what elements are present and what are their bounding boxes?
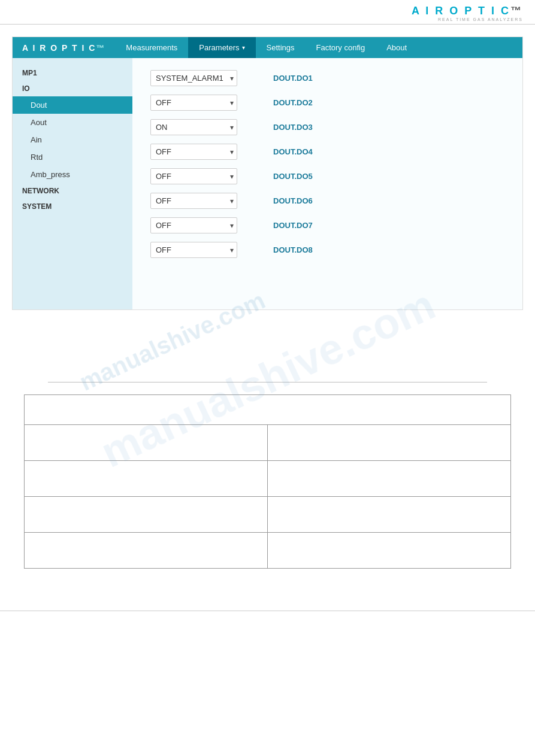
dout-select-7[interactable]: OFF ON SYSTEM_ALARM1 bbox=[150, 217, 237, 233]
dout-row-3: ON OFF SYSTEM_ALARM1 SYSTEM_ALARM2 DOUT.… bbox=[150, 119, 504, 135]
top-logo: A I R O P T I C™ REAL TIME GAS ANALYZERS bbox=[412, 5, 523, 22]
dout-label-1: DOUT.DO1 bbox=[273, 74, 327, 83]
dout-row-7: OFF ON SYSTEM_ALARM1 DOUT.DO7 bbox=[150, 217, 504, 233]
dout-select-wrapper-5: OFF ON SYSTEM_ALARM1 bbox=[150, 168, 237, 184]
sidebar: MP1 IO Dout Aout Ain Rtd Amb_press NETWO… bbox=[13, 58, 132, 309]
nav-settings[interactable]: Settings bbox=[256, 37, 306, 58]
nav-factory-config[interactable]: Factory config bbox=[306, 37, 376, 58]
table-cell-3-1 bbox=[25, 497, 268, 533]
table-cell-4-2 bbox=[268, 533, 511, 569]
dout-select-2[interactable]: OFF ON SYSTEM_ALARM1 SYSTEM_ALARM2 bbox=[150, 95, 237, 111]
table-row-4 bbox=[25, 533, 511, 569]
dout-select-wrapper-8: OFF ON SYSTEM_ALARM1 bbox=[150, 242, 237, 258]
dout-label-8: DOUT.DO8 bbox=[273, 245, 327, 254]
dout-select-wrapper-4: OFF ON SYSTEM_ALARM1 bbox=[150, 144, 237, 160]
dout-label-4: DOUT.DO4 bbox=[273, 147, 327, 156]
dout-label-3: DOUT.DO3 bbox=[273, 123, 327, 132]
sidebar-item-rtd[interactable]: Rtd bbox=[13, 148, 132, 166]
table-row-2 bbox=[25, 461, 511, 497]
table-container bbox=[24, 394, 511, 569]
dout-row-1: SYSTEM_ALARM1 OFF ON SYSTEM_ALARM2 DOUT.… bbox=[150, 70, 504, 86]
nav-items: Measurements Parameters ▾ Settings Facto… bbox=[115, 37, 418, 58]
parameters-caret: ▾ bbox=[242, 44, 245, 51]
dout-select-8[interactable]: OFF ON SYSTEM_ALARM1 bbox=[150, 242, 237, 258]
watermark-area: manualshive.com bbox=[12, 322, 523, 370]
main-panel: SYSTEM_ALARM1 OFF ON SYSTEM_ALARM2 DOUT.… bbox=[132, 58, 522, 309]
dout-label-6: DOUT.DO6 bbox=[273, 196, 327, 205]
sidebar-item-amb-press[interactable]: Amb_press bbox=[13, 166, 132, 183]
app-frame: A I R O P T I C™ Measurements Parameters… bbox=[12, 37, 523, 310]
bottom-footer bbox=[0, 611, 535, 621]
nav-parameters[interactable]: Parameters ▾ bbox=[188, 37, 255, 58]
sidebar-group-mp1: MP1 bbox=[13, 65, 132, 81]
table-header-cell bbox=[25, 395, 511, 425]
sidebar-item-aout[interactable]: Aout bbox=[13, 114, 132, 131]
header-logo-text: A I R O P T I C™ bbox=[412, 5, 523, 17]
table-header-row bbox=[25, 395, 511, 425]
table-cell-1-2 bbox=[268, 425, 511, 461]
sidebar-group-network: NETWORK bbox=[13, 183, 132, 199]
table-cell-2-1 bbox=[25, 461, 268, 497]
dout-select-3[interactable]: ON OFF SYSTEM_ALARM1 SYSTEM_ALARM2 bbox=[150, 119, 237, 135]
dout-select-5[interactable]: OFF ON SYSTEM_ALARM1 bbox=[150, 168, 237, 184]
dout-row-8: OFF ON SYSTEM_ALARM1 DOUT.DO8 bbox=[150, 242, 504, 258]
nav-about[interactable]: About bbox=[376, 37, 418, 58]
dout-row-2: OFF ON SYSTEM_ALARM1 SYSTEM_ALARM2 DOUT.… bbox=[150, 95, 504, 111]
table-cell-4-1 bbox=[25, 533, 268, 569]
main-content: A I R O P T I C™ Measurements Parameters… bbox=[0, 25, 535, 593]
dout-select-4[interactable]: OFF ON SYSTEM_ALARM1 bbox=[150, 144, 237, 160]
dout-select-6[interactable]: OFF ON SYSTEM_ALARM1 bbox=[150, 193, 237, 209]
nav-measurements[interactable]: Measurements bbox=[115, 37, 188, 58]
dout-select-1[interactable]: SYSTEM_ALARM1 OFF ON SYSTEM_ALARM2 bbox=[150, 70, 237, 86]
dout-select-wrapper-6: OFF ON SYSTEM_ALARM1 bbox=[150, 193, 237, 209]
sidebar-group-system: SYSTEM bbox=[13, 199, 132, 214]
nav-bar: A I R O P T I C™ Measurements Parameters… bbox=[13, 37, 522, 58]
dout-select-wrapper-2: OFF ON SYSTEM_ALARM1 SYSTEM_ALARM2 bbox=[150, 95, 237, 111]
header-tagline: REAL TIME GAS ANALYZERS bbox=[438, 17, 523, 22]
dout-select-wrapper-7: OFF ON SYSTEM_ALARM1 bbox=[150, 217, 237, 233]
table-row-3 bbox=[25, 497, 511, 533]
dout-label-5: DOUT.DO5 bbox=[273, 172, 327, 181]
dout-select-wrapper-1: SYSTEM_ALARM1 OFF ON SYSTEM_ALARM2 bbox=[150, 70, 237, 86]
separator-line bbox=[48, 382, 487, 382]
dout-row-6: OFF ON SYSTEM_ALARM1 DOUT.DO6 bbox=[150, 193, 504, 209]
sidebar-item-dout[interactable]: Dout bbox=[13, 96, 132, 114]
sidebar-group-io: IO bbox=[13, 81, 132, 96]
table-cell-3-2 bbox=[268, 497, 511, 533]
dout-row-4: OFF ON SYSTEM_ALARM1 DOUT.DO4 bbox=[150, 144, 504, 160]
sidebar-item-ain[interactable]: Ain bbox=[13, 131, 132, 148]
dout-label-2: DOUT.DO2 bbox=[273, 98, 327, 107]
table-cell-1-1 bbox=[25, 425, 268, 461]
data-table bbox=[24, 394, 511, 569]
table-row-1 bbox=[25, 425, 511, 461]
dout-row-5: OFF ON SYSTEM_ALARM1 DOUT.DO5 bbox=[150, 168, 504, 184]
dout-select-wrapper-3: ON OFF SYSTEM_ALARM1 SYSTEM_ALARM2 bbox=[150, 119, 237, 135]
app-body: MP1 IO Dout Aout Ain Rtd Amb_press NETWO… bbox=[13, 58, 522, 309]
table-cell-2-2 bbox=[268, 461, 511, 497]
dout-label-7: DOUT.DO7 bbox=[273, 221, 327, 230]
top-header: A I R O P T I C™ REAL TIME GAS ANALYZERS bbox=[0, 0, 535, 25]
nav-logo: A I R O P T I C™ bbox=[13, 38, 115, 57]
